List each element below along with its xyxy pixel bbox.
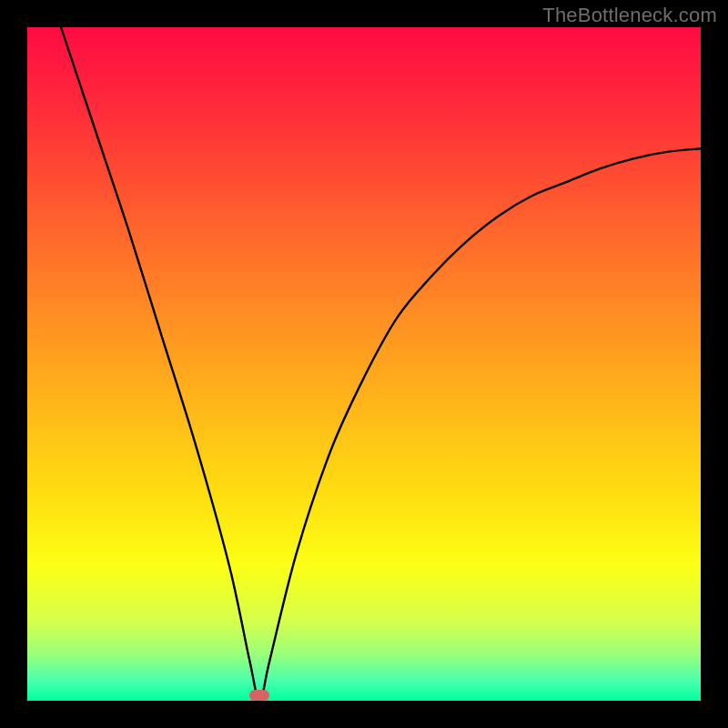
bottleneck-curve [27,27,701,701]
plot-area [27,27,701,701]
optimal-point-marker [249,690,269,701]
bottleneck-curve-path [61,27,701,701]
watermark-text: TheBottleneck.com [542,4,717,27]
chart-frame: TheBottleneck.com [0,0,728,728]
